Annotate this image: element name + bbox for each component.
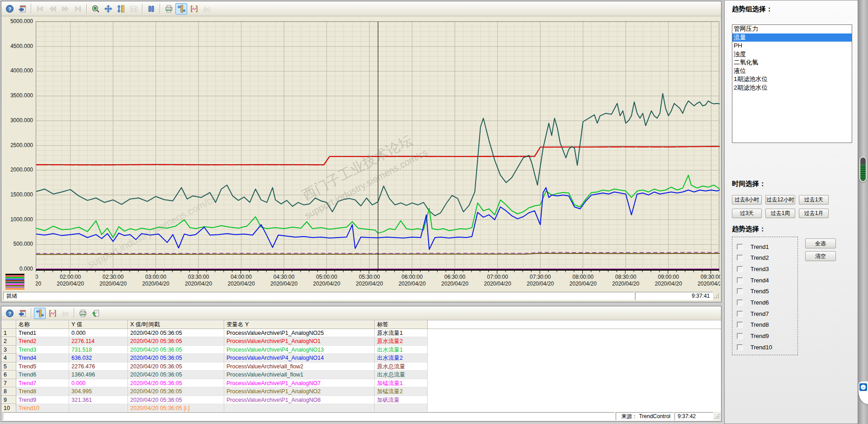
trend-table-window: ?∫[x] 名称Y 值X 值/时间戳变量名 Y标签1Trend10.000202… <box>1 306 722 422</box>
checkbox-trend8[interactable] <box>737 322 743 328</box>
datasource-icon[interactable] <box>16 3 28 14</box>
y-axis-tick-label: 5000.000 <box>1 18 33 24</box>
ruler-icon[interactable] <box>175 3 187 14</box>
table-row-trend2[interactable]: 2Trend22276.1142020/04/20 05:36:05Proces… <box>1 337 721 346</box>
x-axis-tick-label: 01:30:002020/04/20 <box>36 274 48 287</box>
trend-group-item-流量[interactable]: 流量 <box>732 33 852 42</box>
table-cell: 731.518 <box>69 346 128 354</box>
table-header-filler <box>428 320 721 329</box>
trend-group-item-PH[interactable]: PH <box>732 42 852 50</box>
table-row-trend5[interactable]: 5Trend52276.4762020/04/20 05:36:05Proces… <box>1 362 721 371</box>
chart-statusbar: 就绪 9:37:41 <box>1 291 721 301</box>
checkbox-trend9[interactable] <box>737 333 743 339</box>
checkbox-trend2[interactable] <box>737 255 743 261</box>
table-row-trend1[interactable]: 1Trend10.0002020/04/20 05:36:05ProcessVa… <box>1 329 721 338</box>
x-axis-labels: 01:30:002020/04/2002:00:002020/04/2002:3… <box>36 274 720 289</box>
stats-icon[interactable] <box>47 308 58 319</box>
trend-checkbox-row-trend9: Trend9 <box>737 333 769 340</box>
chart-status-time: 9:37:41 <box>635 292 713 300</box>
help-icon[interactable]: ? <box>4 308 15 319</box>
table-cell: 加锰流量2 <box>375 387 428 396</box>
ruler-icon[interactable] <box>34 308 46 319</box>
trend-group-item-二氧化氯[interactable]: 二氧化氯 <box>732 58 852 67</box>
legend-stripe-trend6 <box>5 282 24 283</box>
row-number: 8 <box>1 387 16 396</box>
trend-checkbox-row-trend4: Trend4 <box>737 276 769 284</box>
time-range-button-2[interactable]: 过去12小时 <box>765 195 795 205</box>
table-row-trend3[interactable]: 3Trend3731.5182020/04/20 05:36:05Process… <box>1 346 721 354</box>
table-row-trend9[interactable]: 9Trend9321.3612020/04/20 05:36:05Process… <box>1 396 721 405</box>
clear-button[interactable]: 清空 <box>805 251 836 261</box>
export-icon[interactable] <box>90 308 101 319</box>
pause-icon[interactable] <box>145 3 157 14</box>
x-axis-tick-label: 03:30:002020/04/20 <box>178 274 219 287</box>
help-icon[interactable]: ? <box>4 3 15 14</box>
zoom-y-icon[interactable] <box>115 3 127 14</box>
time-range-button-3[interactable]: 过去1天 <box>799 195 829 205</box>
y-axis-tick-label: 1500.000 <box>1 191 33 198</box>
table-cell: 0.000 <box>69 379 128 388</box>
zoom-area-icon[interactable] <box>90 3 101 14</box>
checkbox-trend7[interactable] <box>737 311 743 317</box>
remote-support-flag[interactable]: ↔ <box>859 381 868 404</box>
table-row-trend7[interactable]: 7Trend70.0002020/04/20 05:36:05ProcessVa… <box>1 379 721 388</box>
checkbox-trend5[interactable] <box>737 288 743 294</box>
trend-group-item-1期滤池水位[interactable]: 1期滤池水位 <box>732 75 852 84</box>
group-select-title: 趋势组选择： <box>732 5 773 14</box>
print-icon[interactable] <box>77 308 89 319</box>
toolbar-separator <box>142 4 142 14</box>
chart-status-text: 就绪 <box>3 292 634 300</box>
sidebar-scroll-handle[interactable] <box>859 157 867 182</box>
x-axis-tick-label: 06:30:002020/04/20 <box>434 274 476 287</box>
table-cell: 1360.496 <box>69 371 128 379</box>
trend-group-item-管网压力[interactable]: 管网压力 <box>732 25 852 33</box>
table-row-trend4[interactable]: 4Trend4636.0322020/04/20 05:36:05Process… <box>1 354 721 362</box>
legend-stripe-trend2 <box>5 276 24 277</box>
x-axis-tick-label: 07:00:002020/04/20 <box>477 274 519 287</box>
trend-group-listbox[interactable]: 管网压力流量PH浊度二氧化氯液位1期滤池水位2期滤池水位 <box>732 24 852 143</box>
table-cell: 2020/04/20 05:36:05 <box>128 371 224 379</box>
status-ready-label: 就绪 <box>6 292 17 300</box>
print-icon[interactable] <box>163 3 175 14</box>
checkbox-trend3[interactable] <box>737 266 743 272</box>
select-all-button[interactable]: 全选 <box>805 238 836 248</box>
table-cell: 出水流量2 <box>375 354 428 362</box>
checkbox-label: Trend5 <box>750 288 769 295</box>
svg-text:1:1: 1:1 <box>131 6 137 11</box>
checkbox-trend4[interactable] <box>737 277 743 283</box>
chart-clock: 9:37:41 <box>692 293 710 299</box>
checkbox-trend1[interactable] <box>737 244 743 250</box>
trend-legend-icon[interactable] <box>4 273 26 290</box>
row-number: 7 <box>1 379 16 388</box>
nav-first-icon <box>34 3 46 14</box>
checkbox-trend6[interactable] <box>737 300 743 305</box>
time-range-button-1[interactable]: 过去8小时 <box>732 195 762 205</box>
trend-group-item-2期滤池水位[interactable]: 2期滤池水位 <box>732 84 852 92</box>
row-filler <box>428 354 721 362</box>
datasource-icon[interactable] <box>16 308 28 319</box>
table-cell: ProcessValueArchive\P1_AnalogNO7 <box>224 379 375 388</box>
legend-stripe-trend9 <box>5 287 24 288</box>
table-row-trend8[interactable]: 8Trend8304.9952020/04/20 05:36:05Process… <box>1 387 721 396</box>
nav-next-icon <box>59 3 71 14</box>
table-row-trend6[interactable]: 6Trend61360.4962020/04/20 05:36:05Proces… <box>1 371 721 379</box>
pan-icon[interactable] <box>102 3 114 14</box>
table-cell: 636.032 <box>69 354 128 362</box>
x-axis-tick-label: 05:30:002020/04/20 <box>349 274 390 287</box>
stats-icon[interactable] <box>188 3 200 14</box>
table-row-trend10[interactable]: 10Trend102020/04/20 05:36:05 [i.] <box>1 404 721 412</box>
checkbox-trend10[interactable] <box>737 344 743 350</box>
table-status-time: 9:37:42 <box>675 412 713 420</box>
time-range-button-6[interactable]: 过去1月 <box>799 209 829 218</box>
integral-icon: ∫[x] <box>59 308 71 319</box>
row-number: 10 <box>1 404 16 412</box>
time-range-button-4[interactable]: 过3天 <box>732 209 762 218</box>
trend-plot-area[interactable]: 西门子工业技术论坛support.industry.siemens.com/cs… <box>36 21 719 269</box>
trend-group-item-浊度[interactable]: 浊度 <box>732 50 852 59</box>
time-range-button-5[interactable]: 过去1周 <box>765 209 795 218</box>
source-label: 来源： <box>621 413 637 420</box>
trend-group-item-液位[interactable]: 液位 <box>732 67 852 76</box>
teamviewer-icon[interactable]: ↔ <box>859 383 867 391</box>
svg-text:?: ? <box>8 5 11 11</box>
row-number: 3 <box>1 346 16 354</box>
